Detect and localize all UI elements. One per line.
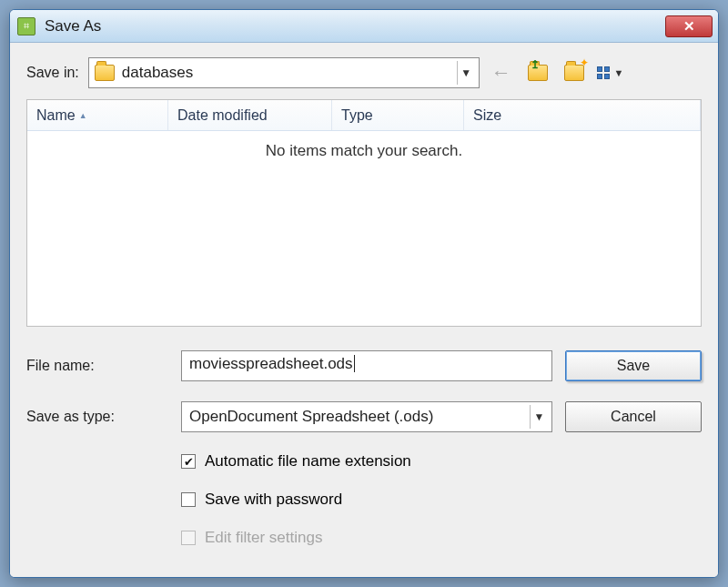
column-label: Size	[473, 107, 501, 124]
column-header-size[interactable]: Size	[464, 100, 701, 130]
save-as-type-combo[interactable]: OpenDocument Spreadsheet (.ods) ▼	[181, 401, 552, 432]
save-as-type-label: Save as type:	[26, 409, 168, 425]
save-in-label: Save in:	[26, 65, 79, 81]
sort-ascending-icon: ▲	[79, 111, 87, 120]
dialog-body: Save in: databases ▼ ← ↥ ✦	[10, 43, 718, 577]
save-as-dialog: ⌗ Save As ✕ Save in: databases ▼ ← ↥	[9, 9, 719, 578]
save-button[interactable]: Save	[565, 350, 702, 381]
titlebar: ⌗ Save As ✕	[10, 10, 718, 43]
new-folder-button[interactable]: ✦	[561, 60, 587, 86]
column-header-name[interactable]: Name ▲	[27, 100, 168, 130]
file-name-label: File name:	[26, 358, 168, 374]
file-name-value: moviesspreadsheet.ods	[189, 355, 355, 372]
save-with-password-option[interactable]: Save with password	[181, 491, 702, 509]
location-toolbar: Save in: databases ▼ ← ↥ ✦	[26, 52, 702, 99]
sparkle-icon: ✦	[580, 56, 589, 69]
checkbox-checked-icon[interactable]: ✔	[181, 454, 196, 469]
save-with-password-label: Save with password	[205, 491, 342, 509]
chevron-down-icon: ▼	[457, 61, 475, 85]
column-header-type[interactable]: Type	[332, 100, 464, 130]
close-icon: ✕	[683, 18, 695, 35]
checkbox-disabled-icon	[181, 531, 196, 545]
save-in-combo[interactable]: databases ▼	[88, 57, 480, 88]
view-menu-button[interactable]: ▼	[598, 60, 623, 86]
chevron-down-icon: ▼	[613, 67, 623, 78]
view-list-icon	[597, 66, 610, 79]
empty-list-message: No items match your search.	[27, 131, 701, 326]
arrow-up-icon: ↥	[531, 58, 540, 71]
up-one-level-button[interactable]: ↥	[525, 60, 551, 86]
file-list: Name ▲ Date modified Type Size No items …	[26, 99, 702, 327]
folder-icon	[95, 65, 115, 81]
close-button[interactable]: ✕	[665, 15, 713, 37]
back-button[interactable]: ←	[489, 60, 514, 86]
auto-extension-option[interactable]: ✔ Automatic file name extension	[181, 452, 702, 471]
cancel-button[interactable]: Cancel	[565, 401, 702, 432]
file-name-input[interactable]: moviesspreadsheet.ods	[181, 350, 552, 381]
edit-filter-settings-label: Edit filter settings	[205, 529, 322, 547]
app-icon: ⌗	[17, 17, 35, 35]
form-area: File name: moviesspreadsheet.ods Save Sa…	[26, 327, 702, 547]
column-headers: Name ▲ Date modified Type Size	[27, 100, 701, 131]
chevron-down-icon: ▼	[530, 405, 548, 429]
auto-extension-label: Automatic file name extension	[205, 452, 411, 471]
column-label: Name	[36, 107, 76, 124]
edit-filter-settings-option: Edit filter settings	[181, 529, 702, 547]
window-title: Save As	[45, 17, 101, 35]
checkbox-unchecked-icon[interactable]	[181, 492, 196, 507]
save-as-type-value: OpenDocument Spreadsheet (.ods)	[189, 408, 530, 426]
column-label: Type	[341, 107, 373, 124]
arrow-left-icon: ←	[491, 61, 511, 85]
save-in-value: databases	[122, 64, 457, 82]
column-label: Date modified	[177, 107, 268, 124]
column-header-date-modified[interactable]: Date modified	[168, 100, 332, 130]
